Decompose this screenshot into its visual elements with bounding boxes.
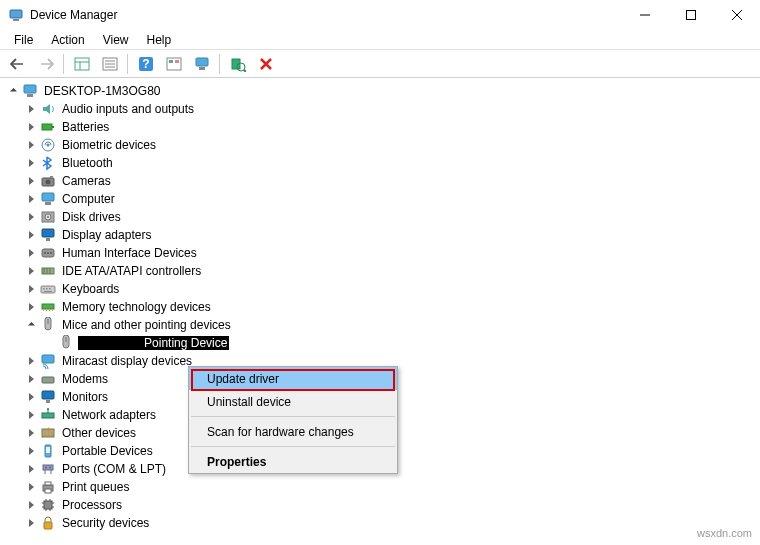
svg-rect-58 <box>52 309 53 311</box>
menu-view[interactable]: View <box>95 32 137 48</box>
modem-icon <box>40 371 56 387</box>
expand-icon[interactable] <box>24 426 38 440</box>
uninstall-button[interactable] <box>252 52 280 76</box>
category-row[interactable]: Display adapters <box>6 226 758 244</box>
collapse-icon[interactable] <box>6 84 20 98</box>
expand-icon[interactable] <box>24 318 38 332</box>
svg-rect-91 <box>44 522 52 529</box>
svg-rect-54 <box>42 304 54 309</box>
svg-point-64 <box>47 379 49 381</box>
svg-rect-34 <box>42 193 54 201</box>
category-label: Disk drives <box>60 210 123 224</box>
ctx-uninstall-device[interactable]: Uninstall device <box>189 390 397 413</box>
category-row[interactable]: Memory technology devices <box>6 298 758 316</box>
category-row[interactable]: Audio inputs and outputs <box>6 100 758 118</box>
category-row[interactable]: Processors <box>6 496 758 514</box>
category-label: Print queues <box>60 480 131 494</box>
window-title: Device Manager <box>30 8 622 22</box>
mouse-icon <box>40 317 56 333</box>
expand-icon[interactable] <box>24 390 38 404</box>
toolbar: ? <box>0 50 760 78</box>
expand-icon[interactable] <box>24 354 38 368</box>
category-row[interactable]: Human Interface Devices <box>6 244 758 262</box>
category-row[interactable]: Bluetooth <box>6 154 758 172</box>
category-row[interactable]: IDE ATA/ATAPI controllers <box>6 262 758 280</box>
toolbar-separator <box>216 52 224 76</box>
svg-rect-26 <box>27 94 33 97</box>
menu-file[interactable]: File <box>6 32 41 48</box>
svg-text:⚠: ⚠ <box>43 425 54 439</box>
ctx-properties[interactable]: Properties <box>189 450 397 473</box>
svg-rect-39 <box>42 229 54 237</box>
svg-rect-17 <box>167 58 181 70</box>
expand-icon[interactable] <box>24 192 38 206</box>
svg-rect-73 <box>46 447 50 453</box>
expand-icon[interactable] <box>24 210 38 224</box>
expand-icon[interactable] <box>24 228 38 242</box>
device-row[interactable]: XXXXXXXXPointing Device <box>6 334 758 352</box>
bluetooth-icon <box>40 155 56 171</box>
expand-icon[interactable] <box>24 408 38 422</box>
toolbar-btn-1[interactable] <box>68 52 96 76</box>
ports-icon <box>40 461 56 477</box>
category-row[interactable]: Print queues <box>6 478 758 496</box>
expand-icon[interactable] <box>24 372 38 386</box>
svg-point-32 <box>46 180 51 185</box>
scan-hardware-button[interactable] <box>224 52 252 76</box>
ctx-update-driver[interactable]: Update driver <box>189 367 397 390</box>
expand-icon[interactable] <box>24 264 38 278</box>
category-label: Mice and other pointing devices <box>60 318 233 332</box>
toolbar-separator <box>60 52 68 76</box>
hid-icon <box>40 245 56 261</box>
expand-icon[interactable] <box>24 498 38 512</box>
category-row[interactable]: Mice and other pointing devices <box>6 316 758 334</box>
category-label: Cameras <box>60 174 113 188</box>
expand-icon[interactable] <box>24 138 38 152</box>
expand-icon[interactable] <box>24 462 38 476</box>
menu-help[interactable]: Help <box>139 32 180 48</box>
forward-button[interactable] <box>32 52 60 76</box>
svg-rect-57 <box>49 309 50 311</box>
expand-icon[interactable] <box>24 480 38 494</box>
expand-icon[interactable] <box>24 246 38 260</box>
help-button[interactable]: ? <box>132 52 160 76</box>
category-row[interactable]: Keyboards <box>6 280 758 298</box>
toolbar-btn-2[interactable] <box>96 52 124 76</box>
category-row[interactable]: Batteries <box>6 118 758 136</box>
expand-icon[interactable] <box>24 102 38 116</box>
security-icon <box>40 515 56 531</box>
svg-rect-40 <box>46 238 50 241</box>
expand-icon[interactable] <box>24 516 38 530</box>
network-icon <box>40 407 56 423</box>
menu-action[interactable]: Action <box>43 32 92 48</box>
toolbar-separator <box>124 52 132 76</box>
toolbar-btn-5[interactable] <box>188 52 216 76</box>
category-row[interactable]: Security devices <box>6 514 758 531</box>
tree-root[interactable]: DESKTOP-1M3OG80 <box>6 82 758 100</box>
svg-rect-50 <box>43 288 45 290</box>
menubar: File Action View Help <box>0 30 760 50</box>
svg-point-75 <box>45 467 47 469</box>
other-icon: ⚠ <box>40 425 56 441</box>
maximize-button[interactable] <box>668 0 714 30</box>
expand-icon[interactable] <box>24 282 38 296</box>
category-row[interactable]: Disk drives <box>6 208 758 226</box>
close-button[interactable] <box>714 0 760 30</box>
minimize-button[interactable] <box>622 0 668 30</box>
expand-icon[interactable] <box>24 444 38 458</box>
svg-rect-19 <box>175 60 179 63</box>
category-row[interactable]: Biometric devices <box>6 136 758 154</box>
toolbar-btn-4[interactable] <box>160 52 188 76</box>
expand-icon[interactable] <box>24 174 38 188</box>
computer-icon <box>40 191 56 207</box>
svg-text:?: ? <box>142 57 149 71</box>
ctx-scan-hardware[interactable]: Scan for hardware changes <box>189 420 397 443</box>
back-button[interactable] <box>4 52 32 76</box>
expand-icon[interactable] <box>24 156 38 170</box>
expand-icon[interactable] <box>24 120 38 134</box>
expand-icon[interactable] <box>24 300 38 314</box>
category-label: Miracast display devices <box>60 354 194 368</box>
mouse-icon <box>58 335 74 351</box>
category-row[interactable]: Computer <box>6 190 758 208</box>
category-row[interactable]: Cameras <box>6 172 758 190</box>
